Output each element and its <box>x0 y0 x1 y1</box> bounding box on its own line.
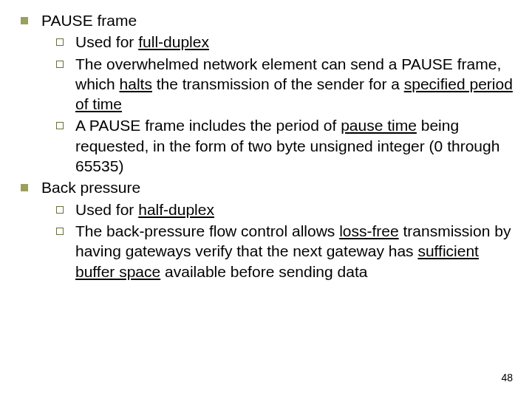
subbullet-text: Used for half-duplex <box>75 200 519 219</box>
text-run: The back-pressure flow control allows <box>75 222 339 239</box>
subbullet-text: The back-pressure flow control allows lo… <box>75 221 519 282</box>
bullet-title: Back pressure <box>41 177 519 197</box>
subbullet: Used for full-duplex <box>56 32 519 52</box>
subbullet-text: A PAUSE frame includes the period of pau… <box>75 115 519 176</box>
text-run: Used for <box>75 33 138 50</box>
slide: PAUSE frame Used for full-duplex The ove… <box>0 0 532 399</box>
text-run: available before sending data <box>160 263 367 280</box>
hollow-square-bullet-icon <box>56 228 64 235</box>
underline-run: full-duplex <box>138 33 209 50</box>
underline-run: pause time <box>341 117 417 134</box>
subbullet-text: Used for full-duplex <box>75 32 519 52</box>
subbullet: Used for half-duplex <box>56 200 519 219</box>
underline-run: halts <box>120 75 152 92</box>
bullet-title: PAUSE frame <box>41 10 519 30</box>
hollow-square-bullet-icon <box>56 206 64 214</box>
text-run: Used for <box>75 201 138 218</box>
text-run: A PAUSE frame includes the period of <box>75 117 341 134</box>
bullet-pause-frame: PAUSE frame <box>21 10 519 30</box>
hollow-square-bullet-icon <box>56 122 64 129</box>
page-number: 48 <box>501 371 513 384</box>
subbullet-text: The overwhelmed network element can send… <box>75 54 519 115</box>
underline-run: half-duplex <box>138 201 214 218</box>
subbullet: The back-pressure flow control allows lo… <box>56 221 519 282</box>
bullet-back-pressure: Back pressure <box>21 177 519 197</box>
hollow-square-bullet-icon <box>56 61 64 68</box>
underline-run: loss-free <box>339 222 399 239</box>
square-bullet-icon <box>21 184 28 191</box>
hollow-square-bullet-icon <box>56 38 64 46</box>
text-run: the transmission of the sender for a <box>152 75 404 92</box>
square-bullet-icon <box>21 17 28 24</box>
subbullet: A PAUSE frame includes the period of pau… <box>56 115 519 176</box>
subbullet: The overwhelmed network element can send… <box>56 54 519 115</box>
